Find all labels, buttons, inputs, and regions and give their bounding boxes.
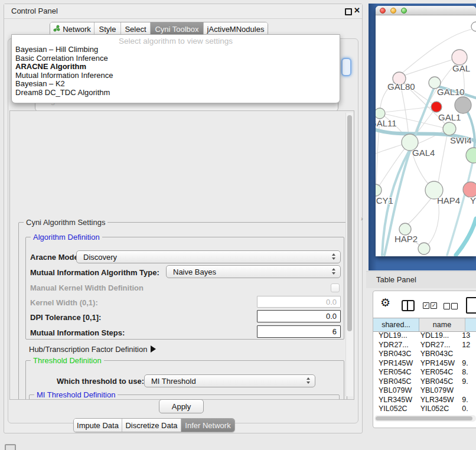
column-header-name[interactable]: name (419, 318, 465, 331)
combo-arrows-icon (332, 253, 336, 260)
algorithm-item-aracne-algorithm[interactable]: ARACNE Algorithm (12, 63, 340, 71)
algorithm-item-mutual-information-inference[interactable]: Mutual Information Inference (12, 71, 340, 80)
algorithm-definition-legend: Algorithm Definition (31, 233, 102, 242)
hub-section-toggle[interactable]: Hub/Transcription Factor Definition (29, 345, 156, 354)
desktop: Control Panel ✕ NetworkStyleSelectCyni T… (0, 0, 476, 450)
control-panel-window: Control Panel ✕ NetworkStyleSelectCyni T… (4, 4, 363, 433)
tab-discretize-data[interactable]: Discretize Data (122, 419, 181, 432)
which-threshold-label: Which threshold to use: (57, 377, 144, 386)
table-cell: YDL19... (373, 331, 415, 341)
table-cell: YER054C (373, 368, 415, 377)
minimize-traffic-light[interactable] (390, 8, 396, 14)
tab-label: Style (99, 25, 116, 34)
zoom-traffic-light[interactable] (401, 8, 407, 14)
combo-arrows-icon (307, 377, 311, 384)
tab-style[interactable]: Style (94, 22, 121, 35)
control-panel-titlebar: Control Panel ✕ (4, 4, 362, 19)
unchecked-box-icon[interactable] (444, 303, 450, 309)
algorithm-item-dream8-dc-tdc-algorithm[interactable]: Dream8 DC_TDC Algorithm (12, 89, 340, 97)
which-threshold-combo[interactable]: MI Threshold (144, 374, 315, 387)
manual-kernel-checkbox[interactable] (331, 283, 340, 292)
tab-label: Discretize Data (125, 421, 177, 430)
table-row[interactable]: YIL052CYIL052C0. (373, 405, 476, 412)
table-panel-titlebar: Table Panel (366, 271, 476, 288)
float-icon[interactable] (345, 8, 352, 15)
tab-network[interactable]: Network (50, 22, 94, 35)
algorithm-item-basic-correlation-inference[interactable]: Basic Correlation Inference (12, 54, 340, 63)
close-icon[interactable]: ✕ (354, 6, 360, 15)
node-label-gcy1: GCY1 (376, 195, 393, 206)
network-edge[interactable] (447, 163, 472, 255)
checked-box-icon[interactable]: ✓ (431, 302, 437, 309)
table-cell: YLR345W (373, 396, 415, 405)
network-edge[interactable] (404, 57, 459, 76)
aracne-mode-combo[interactable]: Discovery (76, 250, 341, 263)
tab-select[interactable]: Select (121, 22, 151, 35)
table-hscroll-thumb[interactable] (376, 416, 472, 420)
close-traffic-light[interactable] (380, 8, 386, 14)
network-node-swi4[interactable] (466, 148, 476, 163)
table-cell: YDR27... (415, 341, 457, 350)
table-cell: YPR145W (415, 359, 457, 369)
kernel-width-field[interactable] (257, 296, 341, 308)
kernel-width-label: Kernel Width (0,1): (30, 298, 98, 307)
document-icon[interactable] (466, 297, 476, 314)
tab-impute-data[interactable]: Impute Data (74, 419, 122, 432)
node-label-gal: GAL (452, 63, 470, 73)
network-node-gcy1[interactable] (376, 184, 382, 196)
network-edge[interactable] (407, 198, 431, 224)
docked-panel-icon[interactable] (5, 444, 16, 450)
tab-cyni-toolbox[interactable]: Cyni Toolbox (151, 22, 204, 35)
table-row[interactable]: YDR27...YDR27...12 (373, 341, 476, 350)
table-row[interactable]: YBR043CYBR043C (373, 350, 476, 359)
network-node-gal11[interactable] (376, 108, 385, 119)
algorithm-item-bayesian-k2[interactable]: Bayesian – K2 (12, 80, 340, 89)
table-hscrollbar[interactable] (374, 415, 476, 422)
table-row[interactable]: YBL079WYBL079W (373, 386, 476, 396)
settings-vscrollbar[interactable] (345, 113, 353, 396)
network-window-titlebar[interactable] (376, 6, 476, 15)
table-row[interactable]: YLR345WYLR345W9. (373, 396, 476, 405)
apply-button[interactable]: Apply (159, 399, 204, 413)
network-node[interactable] (418, 243, 430, 255)
table-cell: 9. (457, 359, 476, 369)
network-canvas[interactable]: GALGAL80GAL10GAL1GAL11GAL4SWI4GCY1HAP4YH… (376, 15, 476, 256)
table-cell: 12 (457, 341, 476, 350)
table-cell: YBR043C (373, 350, 415, 359)
table-cell: YIL052C (373, 405, 415, 412)
tab-jactivemnodules[interactable]: jActiveMNodules (204, 22, 268, 35)
node-label-y: Y (470, 195, 476, 206)
table-cell: YBR043C (415, 350, 457, 359)
network-node-hap2[interactable] (399, 223, 411, 235)
table-cell: YLR345W (415, 396, 457, 405)
dpi-tolerance-field[interactable] (257, 310, 341, 322)
network-node-gal1[interactable] (443, 122, 456, 135)
mi-type-label: Mutual Information Algorithm Type: (30, 268, 159, 277)
columns-icon[interactable] (402, 300, 415, 311)
vscroll-thumb[interactable] (347, 115, 352, 331)
network-node[interactable] (455, 97, 471, 113)
dpi-tolerance-label: DPI Tolerance [0,1]: (30, 313, 101, 322)
table-row[interactable]: YPR145WYPR145W9. (373, 359, 476, 369)
mi-steps-field[interactable] (257, 325, 341, 338)
panel-sash-arrow[interactable]: › (361, 215, 363, 222)
unchecked-box-icon[interactable] (451, 303, 458, 309)
checked-box-icon[interactable]: ✓ (423, 302, 429, 309)
tab-infer-network[interactable]: Infer Network (181, 419, 234, 432)
network-node[interactable] (431, 102, 442, 112)
network-node[interactable] (471, 22, 476, 31)
mi-type-combo[interactable]: Naive Bayes (166, 265, 341, 278)
network-edge[interactable] (456, 219, 476, 255)
network-edge[interactable] (376, 144, 403, 154)
table-cell: 9. (457, 396, 476, 405)
network-window: GALGAL80GAL10GAL1GAL11GAL4SWI4GCY1HAP4YH… (376, 6, 476, 256)
column-header-shared[interactable]: shared... (373, 318, 419, 331)
settings-scrollpane: Cyni Algorithm Settings Algorithm Defini… (9, 110, 354, 400)
algorithm-item-bayesian-hill-climbing[interactable]: Bayesian – Hill Climbing (12, 45, 340, 54)
table-row[interactable]: YDL19...YDL19...13 (373, 331, 476, 341)
column-header-2[interactable] (465, 318, 476, 331)
gear-icon[interactable]: ⚙ (380, 296, 390, 309)
table-row[interactable]: YBR045CYBR045C9. (373, 377, 476, 387)
table-rows: YDL19...YDL19...13YDR27...YDR27...12YBR0… (373, 331, 476, 412)
table-row[interactable]: YER054CYER054C8. (373, 368, 476, 377)
